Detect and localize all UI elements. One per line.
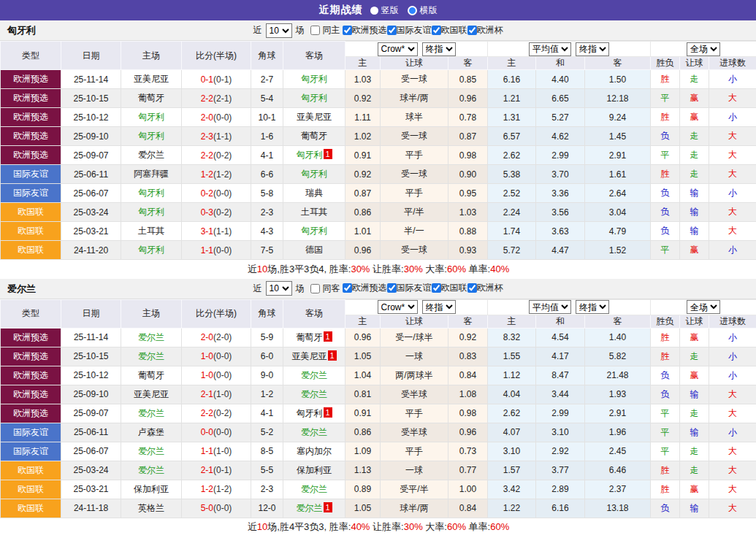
team-link[interactable]: 爱尔兰: [301, 427, 327, 437]
team-link[interactable]: 保加利亚: [297, 465, 332, 475]
home-team[interactable]: 匈牙利: [121, 127, 182, 146]
team-link[interactable]: 亚美尼亚: [292, 351, 327, 361]
away-team[interactable]: 匈牙利1: [283, 404, 345, 423]
team-link[interactable]: 匈牙利: [301, 226, 327, 236]
team-link[interactable]: 亚美尼亚: [134, 74, 169, 84]
home-team[interactable]: 爱尔兰: [121, 404, 182, 423]
match-count-select[interactable]: 10: [266, 23, 292, 38]
home-team[interactable]: 匈牙利: [121, 184, 182, 203]
team-link[interactable]: 匈牙利: [297, 408, 323, 418]
home-team[interactable]: 爱尔兰: [121, 347, 182, 366]
team-link[interactable]: 德国: [305, 245, 323, 255]
final-odds-select[interactable]: 终指: [422, 300, 456, 314]
team-link[interactable]: 匈牙利: [301, 169, 327, 179]
average-select[interactable]: 平均值: [529, 300, 571, 314]
home-team[interactable]: 匈牙利: [121, 241, 182, 260]
away-team[interactable]: 塞内加尔: [283, 442, 345, 461]
away-team[interactable]: 匈牙利: [283, 70, 345, 89]
home-team[interactable]: 英格兰: [121, 499, 182, 518]
away-team[interactable]: 匈牙利: [283, 165, 345, 184]
final-odds-select[interactable]: 终指: [422, 42, 456, 56]
fulltime-select[interactable]: 全场: [687, 42, 720, 56]
radio-vertical-icon[interactable]: [370, 7, 378, 15]
team-link[interactable]: 匈牙利: [138, 188, 164, 198]
team-link[interactable]: 英格兰: [138, 503, 164, 513]
team-link[interactable]: 土耳其: [138, 226, 164, 236]
home-team[interactable]: 保加利亚: [121, 480, 182, 499]
team-link[interactable]: 爱尔兰: [297, 503, 323, 513]
league-checkbox[interactable]: [432, 283, 441, 293]
home-team[interactable]: 葡萄牙: [121, 89, 182, 108]
team-link[interactable]: 匈牙利: [138, 245, 164, 255]
fulltime-select[interactable]: 全场: [687, 300, 720, 314]
team-link[interactable]: 爱尔兰: [138, 332, 164, 342]
away-team[interactable]: 爱尔兰: [283, 366, 345, 385]
away-team[interactable]: 土耳其: [283, 203, 345, 222]
radio-horizontal-icon[interactable]: [408, 6, 417, 15]
away-team[interactable]: 爱尔兰: [283, 423, 345, 442]
league-checkbox[interactable]: [387, 283, 397, 293]
team-link[interactable]: 亚美尼亚: [297, 112, 332, 122]
team-link[interactable]: 葡萄牙: [297, 332, 323, 342]
team-link[interactable]: 阿塞拜疆: [134, 169, 169, 179]
team-link[interactable]: 卢森堡: [138, 427, 164, 437]
home-team[interactable]: 爱尔兰: [121, 328, 182, 347]
team-link[interactable]: 匈牙利: [138, 207, 164, 217]
away-team[interactable]: 匈牙利: [283, 222, 345, 241]
home-team[interactable]: 卢森堡: [121, 423, 182, 442]
away-team[interactable]: 匈牙利: [283, 89, 345, 108]
team-link[interactable]: 爱尔兰: [301, 484, 327, 494]
bookmaker-select[interactable]: Crow*: [378, 42, 418, 56]
league-checkbox[interactable]: [387, 26, 397, 35]
league-checkbox[interactable]: [467, 26, 477, 35]
team-link[interactable]: 葡萄牙: [138, 370, 164, 380]
league-filter[interactable]: 欧国联: [432, 24, 467, 36]
team-link[interactable]: 亚美尼亚: [134, 389, 169, 399]
home-team[interactable]: 匈牙利: [121, 203, 182, 222]
team-link[interactable]: 匈牙利: [138, 112, 164, 122]
league-checkbox[interactable]: [432, 26, 441, 35]
league-checkbox[interactable]: [343, 283, 352, 293]
home-team[interactable]: 爱尔兰: [121, 442, 182, 461]
away-team[interactable]: 瑞典: [283, 184, 345, 203]
team-link[interactable]: 匈牙利: [138, 131, 164, 141]
team-link[interactable]: 爱尔兰: [138, 446, 164, 456]
bookmaker-select[interactable]: Crow*: [378, 300, 418, 314]
average-select[interactable]: 平均值: [529, 42, 571, 56]
same-side-checkbox[interactable]: [310, 26, 320, 35]
team-link[interactable]: 爱尔兰: [301, 389, 327, 399]
final-odds-select-2[interactable]: 终指: [576, 42, 609, 56]
team-link[interactable]: 爱尔兰: [138, 465, 164, 475]
home-team[interactable]: 亚美尼亚: [121, 385, 182, 404]
team-link[interactable]: 爱尔兰: [301, 370, 327, 380]
league-filter[interactable]: 欧洲杯: [467, 282, 503, 294]
team-link[interactable]: 葡萄牙: [138, 93, 164, 103]
away-team[interactable]: 亚美尼亚: [283, 108, 345, 127]
same-side-checkbox[interactable]: [310, 284, 320, 293]
team-link[interactable]: 爱尔兰: [138, 150, 164, 160]
away-team[interactable]: 保加利亚: [283, 461, 345, 480]
league-checkbox[interactable]: [343, 26, 352, 35]
team-link[interactable]: 匈牙利: [301, 74, 327, 84]
radio-vertical-layout[interactable]: 竖版: [370, 4, 399, 17]
away-team[interactable]: 德国: [283, 241, 345, 260]
league-filter[interactable]: 国际友谊: [387, 24, 432, 36]
team-link[interactable]: 爱尔兰: [138, 408, 164, 418]
league-filter[interactable]: 欧洲杯: [467, 24, 503, 36]
away-team[interactable]: 爱尔兰: [283, 480, 345, 499]
away-team[interactable]: 匈牙利1: [283, 146, 345, 165]
home-team[interactable]: 土耳其: [121, 222, 182, 241]
match-count-select[interactable]: 10: [266, 281, 292, 296]
home-team[interactable]: 爱尔兰: [121, 461, 182, 480]
radio-horizontal-layout[interactable]: 横版: [408, 4, 438, 17]
league-filter[interactable]: 欧洲预选: [343, 24, 387, 36]
home-team[interactable]: 匈牙利: [121, 108, 182, 127]
away-team[interactable]: 葡萄牙1: [283, 328, 345, 347]
home-team[interactable]: 亚美尼亚: [121, 70, 182, 89]
team-link[interactable]: 爱尔兰: [138, 351, 164, 361]
home-team[interactable]: 阿塞拜疆: [121, 165, 182, 184]
away-team[interactable]: 葡萄牙: [283, 127, 345, 146]
final-odds-select-2[interactable]: 终指: [576, 300, 609, 314]
league-filter[interactable]: 欧国联: [432, 282, 467, 294]
away-team[interactable]: 爱尔兰1: [283, 499, 345, 518]
